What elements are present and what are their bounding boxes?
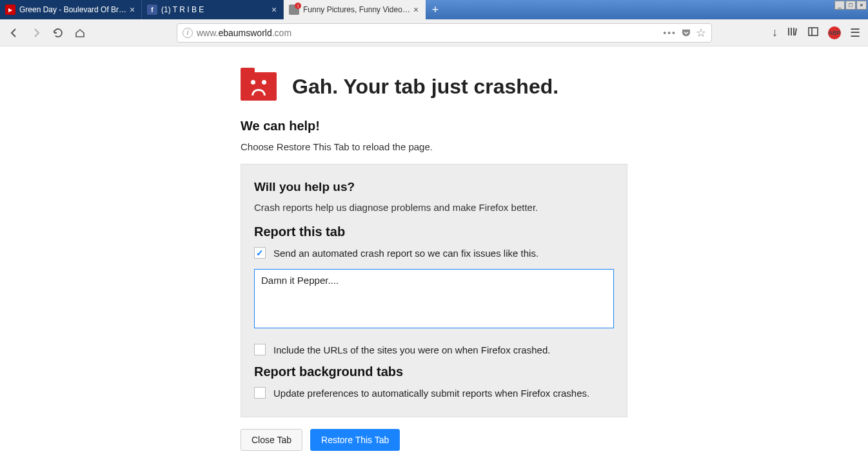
tab-title: Funny Pictures, Funny Videos | eB xyxy=(303,5,411,14)
tab-title: Green Day - Boulevard Of Broken xyxy=(19,5,127,14)
close-window-button[interactable]: × xyxy=(856,1,867,10)
restore-tab-button[interactable]: Restore This Tab xyxy=(310,429,400,451)
home-button[interactable] xyxy=(71,24,89,42)
close-tab-button[interactable]: Close Tab xyxy=(241,429,302,451)
new-tab-button[interactable]: + xyxy=(426,0,445,19)
site-info-icon[interactable]: i xyxy=(182,28,193,38)
minimize-button[interactable]: _ xyxy=(834,1,845,10)
tab-ebaums[interactable]: Funny Pictures, Funny Videos | eB × xyxy=(284,0,426,19)
maximize-button[interactable]: □ xyxy=(845,1,856,10)
adblock-icon[interactable]: ABP xyxy=(828,26,841,39)
toolbar-right: ↓ ABP ☰ xyxy=(772,26,863,40)
home-icon xyxy=(74,27,86,39)
report-heading: Report this tab xyxy=(254,224,614,239)
send-report-label: Send an automated crash report so we can… xyxy=(273,248,538,259)
bg-heading: Report background tabs xyxy=(254,364,614,379)
crash-page: Gah. Your tab just crashed. We can help!… xyxy=(241,46,627,467)
youtube-icon xyxy=(5,5,15,15)
crash-comment-input[interactable] xyxy=(254,269,614,328)
url-bar[interactable]: i www.ebaumsworld.com ••• ☆ xyxy=(177,23,712,43)
arrow-right-icon xyxy=(30,26,43,39)
window-controls: _ □ × xyxy=(834,1,867,10)
tab-youtube[interactable]: Green Day - Boulevard Of Broken × xyxy=(0,0,142,19)
toolbar: i www.ebaumsworld.com ••• ☆ ↓ ABP ☰ xyxy=(0,19,868,46)
help-heading: We can help! xyxy=(241,119,627,134)
sad-folder-icon xyxy=(241,72,277,101)
sidebar-icon[interactable] xyxy=(807,26,819,40)
library-icon[interactable] xyxy=(787,26,798,40)
close-icon[interactable]: × xyxy=(127,5,137,15)
tab-facebook[interactable]: (1) T R I B E × xyxy=(142,0,284,19)
forward-button[interactable] xyxy=(27,24,45,42)
titlebar: Green Day - Boulevard Of Broken × (1) T … xyxy=(0,0,868,19)
ebaums-icon xyxy=(289,5,299,15)
help-text: Choose Restore This Tab to reload the pa… xyxy=(241,141,627,152)
arrow-left-icon xyxy=(8,26,21,39)
send-report-checkbox[interactable] xyxy=(254,247,266,259)
panel-heading: Will you help us? xyxy=(254,180,614,194)
tab-strip: Green Day - Boulevard Of Broken × (1) T … xyxy=(0,0,445,19)
bg-label: Update preferences to automatically subm… xyxy=(273,388,589,399)
close-icon[interactable]: × xyxy=(411,5,421,15)
bookmark-star-icon[interactable]: ☆ xyxy=(696,26,706,40)
reload-button[interactable] xyxy=(49,24,67,42)
bg-checkbox[interactable] xyxy=(254,387,266,399)
reload-icon xyxy=(52,27,64,39)
tab-title: (1) T R I B E xyxy=(161,5,269,14)
include-urls-label: Include the URLs of the sites you were o… xyxy=(273,344,550,355)
menu-icon[interactable]: ☰ xyxy=(850,26,860,40)
page-actions-icon[interactable]: ••• xyxy=(663,28,676,38)
downloads-icon[interactable]: ↓ xyxy=(772,26,778,39)
close-icon[interactable]: × xyxy=(269,5,279,15)
facebook-icon xyxy=(147,5,157,15)
back-button[interactable] xyxy=(5,24,23,42)
pocket-icon[interactable] xyxy=(680,27,692,39)
panel-text: Crash reports help us diagnose problems … xyxy=(254,202,614,213)
crash-title: Gah. Your tab just crashed. xyxy=(292,75,558,99)
include-urls-checkbox[interactable] xyxy=(254,344,266,355)
svg-rect-0 xyxy=(809,28,818,35)
url-text: www.ebaumsworld.com xyxy=(197,28,659,38)
content-area: Gah. Your tab just crashed. We can help!… xyxy=(0,46,868,467)
report-panel: Will you help us? Crash reports help us … xyxy=(241,164,627,417)
